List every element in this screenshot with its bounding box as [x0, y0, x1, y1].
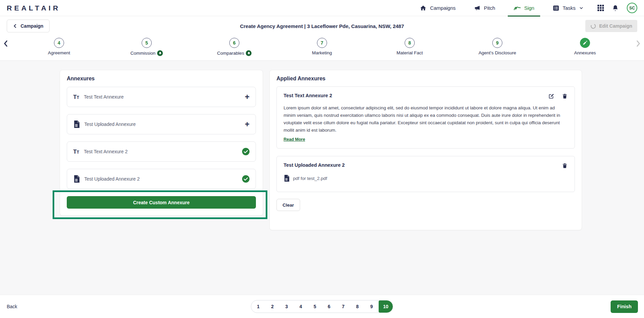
clear-button[interactable]: Clear	[276, 199, 300, 211]
step-commission[interactable]: 5 Commission	[103, 36, 191, 61]
page-title: Create Agency Agreement | 3 Laceflower P…	[0, 23, 644, 29]
page-number-7[interactable]: 7	[336, 300, 350, 313]
annexure-added-check-icon	[242, 148, 250, 155]
pagination: 1 2 3 4 5 6 7 8 9 10	[251, 300, 393, 313]
step-agreement[interactable]: 4 Agreement	[15, 36, 103, 61]
document-annexure-icon	[73, 121, 80, 128]
page-number-9[interactable]: 9	[364, 300, 379, 313]
delete-annexure-icon[interactable]	[562, 93, 568, 100]
step-number-circle: 4	[54, 38, 64, 48]
page-number-1[interactable]: 1	[251, 300, 265, 313]
sign-app-page: REALTAIR Campaigns Pitch	[0, 0, 644, 318]
plus-icon: +	[245, 120, 250, 128]
step-number-circle: 5	[142, 38, 152, 48]
step-label: Agent's Disclosure	[478, 50, 516, 55]
text-annexure-icon: TT	[73, 94, 79, 100]
step-marketing[interactable]: 7 Marketing	[278, 36, 366, 61]
step-number-circle: 6	[229, 38, 239, 48]
page-number-4[interactable]: 4	[294, 300, 308, 313]
edit-annexure-icon[interactable]	[548, 93, 554, 100]
step-label: Marketing	[312, 50, 332, 55]
plus-icon: +	[245, 93, 250, 101]
annexure-list-item: Test Uploaded Annexure 2	[67, 169, 256, 189]
sub-header: Create Agency Agreement | 3 Laceflower P…	[0, 16, 644, 36]
spinner-icon	[590, 23, 596, 29]
campaign-back-label: Campaign	[21, 23, 43, 29]
text-annexure-icon: TT	[73, 149, 79, 155]
top-header-block: REALTAIR Campaigns Pitch	[0, 0, 644, 61]
nav-item-sign[interactable]: Sign	[504, 0, 544, 16]
annexures-panel: Annexures TT Test Text Annexure + Test U…	[60, 70, 263, 216]
nav-label-pitch: Pitch	[484, 5, 495, 11]
applied-annexures-panel: Applied Annexures Test Text Annexure 2 L…	[269, 70, 582, 230]
step-annexures-active[interactable]: Annexures	[541, 36, 629, 61]
step-agents-disclosure[interactable]: 9 Agent's Disclosure	[453, 36, 541, 61]
finish-button[interactable]: Finish	[611, 300, 638, 313]
applied-annexure-title: Test Text Annexure 2	[284, 93, 332, 98]
back-button[interactable]: Back	[7, 304, 17, 309]
signature-squiggle-icon	[514, 5, 521, 11]
annexure-list-item: TT Test Text Annexure +	[67, 87, 256, 107]
document-annexure-icon	[73, 175, 80, 183]
attached-file-name: pdf for test_2.pdf	[293, 176, 327, 181]
chevron-down-icon	[579, 6, 584, 10]
edit-campaign-button[interactable]: Edit Campaign	[585, 20, 637, 32]
footer-bar: Back 1 2 3 4 5 6 7 8 9 10 Finish	[0, 295, 644, 318]
annexure-item-label: Test Uploaded Annexure 2	[84, 176, 140, 182]
stepper-steps: 4 Agreement 5 Commission 6 Comparabl	[15, 36, 629, 61]
step-number-circle: 8	[405, 38, 415, 48]
annexure-body-text: Lorem ipsum dolor sit amet, consectetur …	[284, 104, 568, 134]
nav-items: Campaigns Pitch Sign	[411, 0, 637, 16]
page-number-10-active[interactable]: 10	[379, 300, 393, 313]
step-comparables[interactable]: 6 Comparables	[191, 36, 278, 61]
step-number-circle: 9	[492, 38, 502, 48]
page-number-2[interactable]: 2	[265, 300, 280, 313]
step-material-fact[interactable]: 8 Material Fact	[366, 36, 453, 61]
page-number-5[interactable]: 5	[308, 300, 322, 313]
applied-annexure-title: Test Uploaded Annexure 2	[284, 162, 345, 168]
annexure-item-label: Test Text Annexure	[84, 94, 124, 100]
active-step-pencil-icon	[580, 38, 590, 48]
create-custom-annexure-button[interactable]: Create Custom Annexure	[67, 196, 256, 209]
step-label: Material Fact	[397, 50, 423, 55]
annexure-list-item: TT Test Text Annexure 2	[67, 141, 256, 162]
tasks-list-icon	[553, 5, 559, 11]
annexure-list-item: Test Uploaded Annexure +	[67, 114, 256, 134]
read-more-link[interactable]: Read More	[284, 137, 305, 142]
annexure-added-check-icon	[242, 175, 250, 183]
stepper-prev-icon[interactable]	[3, 40, 9, 47]
page-number-3[interactable]: 3	[280, 300, 294, 313]
campaign-back-button[interactable]: Campaign	[7, 20, 50, 32]
notification-badge-bell-icon	[246, 50, 252, 56]
pdf-file-icon	[284, 175, 289, 182]
step-label: Annexures	[574, 50, 596, 55]
attached-file-row: pdf for test_2.pdf	[284, 175, 568, 186]
nav-item-tasks[interactable]: Tasks	[544, 0, 593, 16]
nav-label-tasks: Tasks	[563, 5, 576, 11]
content-area: Annexures TT Test Text Annexure + Test U…	[0, 61, 644, 295]
notifications-bell-icon[interactable]	[612, 5, 619, 11]
add-annexure-button[interactable]: +	[245, 120, 250, 128]
step-number-circle: 7	[317, 38, 327, 48]
delete-annexure-icon[interactable]	[562, 162, 568, 169]
step-label: Commission	[130, 51, 155, 56]
nav-label-campaigns: Campaigns	[430, 5, 456, 11]
realtair-logo: REALTAIR	[7, 4, 60, 12]
chevron-left-icon	[13, 24, 18, 28]
applied-annexures-title: Applied Annexures	[276, 76, 575, 82]
step-label: Comparables	[217, 51, 244, 56]
annexure-item-label: Test Text Annexure 2	[84, 149, 128, 154]
nav-item-campaigns[interactable]: Campaigns	[411, 0, 465, 16]
annexure-item-label: Test Uploaded Annexure	[84, 122, 136, 127]
add-annexure-button[interactable]: +	[245, 93, 250, 101]
notification-badge-bell-icon	[157, 50, 163, 56]
edit-campaign-label: Edit Campaign	[599, 23, 632, 29]
home-icon	[420, 5, 427, 11]
stepper-next-icon[interactable]	[635, 40, 641, 47]
page-number-6[interactable]: 6	[322, 300, 336, 313]
apps-grid-icon[interactable]	[597, 5, 604, 11]
user-avatar[interactable]: SC	[627, 3, 637, 13]
nav-item-pitch[interactable]: Pitch	[465, 0, 504, 16]
page-number-8[interactable]: 8	[350, 300, 364, 313]
megaphone-icon	[474, 5, 480, 11]
